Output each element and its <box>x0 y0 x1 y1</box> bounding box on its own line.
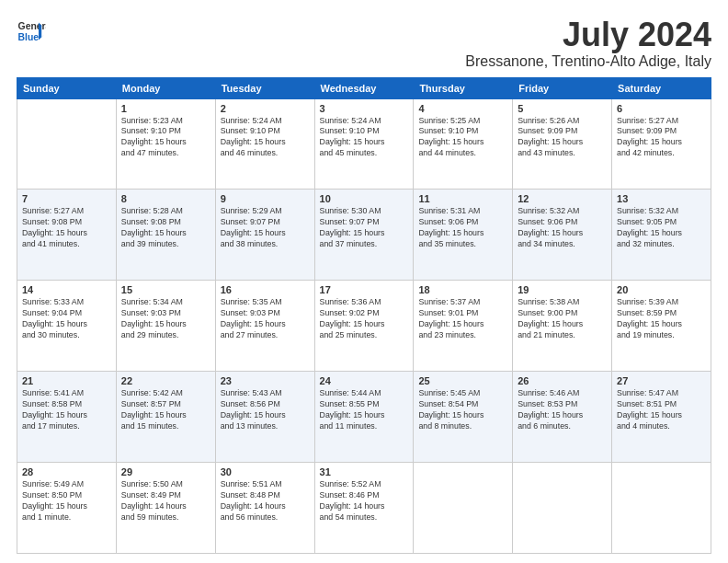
day-cell: 30Sunrise: 5:51 AM Sunset: 8:48 PM Dayli… <box>215 463 314 554</box>
day-cell: 6Sunrise: 5:27 AM Sunset: 9:09 PM Daylig… <box>612 98 711 190</box>
col-header-sunday: Sunday <box>17 77 117 98</box>
day-info: Sunrise: 5:26 AM Sunset: 9:09 PM Dayligh… <box>518 116 607 160</box>
day-number: 4 <box>418 103 507 114</box>
col-header-wednesday: Wednesday <box>314 77 414 98</box>
day-cell: 17Sunrise: 5:36 AM Sunset: 9:02 PM Dayli… <box>314 281 414 372</box>
day-info: Sunrise: 5:37 AM Sunset: 9:01 PM Dayligh… <box>418 297 507 341</box>
day-info: Sunrise: 5:51 AM Sunset: 8:48 PM Dayligh… <box>221 479 310 523</box>
week-row-1: 1Sunrise: 5:23 AM Sunset: 9:10 PM Daylig… <box>17 98 711 190</box>
day-cell <box>414 463 513 554</box>
main-title: July 2024 <box>465 17 711 53</box>
day-info: Sunrise: 5:38 AM Sunset: 9:00 PM Dayligh… <box>518 297 607 341</box>
day-cell: 16Sunrise: 5:35 AM Sunset: 9:03 PM Dayli… <box>215 281 314 372</box>
day-info: Sunrise: 5:32 AM Sunset: 9:06 PM Dayligh… <box>518 206 607 250</box>
day-number: 26 <box>518 375 607 386</box>
day-number: 5 <box>518 103 607 114</box>
day-info: Sunrise: 5:33 AM Sunset: 9:04 PM Dayligh… <box>22 297 111 341</box>
title-block: July 2024 Bressanone, Trentino-Alto Adig… <box>465 17 711 70</box>
svg-text:General: General <box>18 21 46 31</box>
logo-icon: General Blue <box>17 17 46 46</box>
day-number: 25 <box>418 375 507 386</box>
day-cell: 3Sunrise: 5:24 AM Sunset: 9:10 PM Daylig… <box>314 98 414 190</box>
week-row-3: 14Sunrise: 5:33 AM Sunset: 9:04 PM Dayli… <box>17 281 711 372</box>
svg-text:Blue: Blue <box>18 32 40 42</box>
day-cell: 20Sunrise: 5:39 AM Sunset: 8:59 PM Dayli… <box>612 281 711 372</box>
day-cell: 22Sunrise: 5:42 AM Sunset: 8:57 PM Dayli… <box>116 372 215 463</box>
day-info: Sunrise: 5:25 AM Sunset: 9:10 PM Dayligh… <box>418 116 507 160</box>
day-cell: 14Sunrise: 5:33 AM Sunset: 9:04 PM Dayli… <box>17 281 117 372</box>
day-info: Sunrise: 5:29 AM Sunset: 9:07 PM Dayligh… <box>221 206 310 250</box>
day-cell: 23Sunrise: 5:43 AM Sunset: 8:56 PM Dayli… <box>215 372 314 463</box>
day-cell: 5Sunrise: 5:26 AM Sunset: 9:09 PM Daylig… <box>513 98 612 190</box>
day-info: Sunrise: 5:24 AM Sunset: 9:10 PM Dayligh… <box>320 116 409 160</box>
day-cell: 18Sunrise: 5:37 AM Sunset: 9:01 PM Dayli… <box>414 281 513 372</box>
day-cell: 7Sunrise: 5:27 AM Sunset: 9:08 PM Daylig… <box>17 190 117 281</box>
col-header-thursday: Thursday <box>414 77 513 98</box>
day-number: 18 <box>418 284 507 295</box>
day-number: 6 <box>617 103 706 114</box>
day-info: Sunrise: 5:52 AM Sunset: 8:46 PM Dayligh… <box>320 479 409 523</box>
day-number: 31 <box>320 466 409 477</box>
day-number: 14 <box>22 284 111 295</box>
day-info: Sunrise: 5:36 AM Sunset: 9:02 PM Dayligh… <box>320 297 409 341</box>
header: General Blue July 2024 Bressanone, Trent… <box>17 17 711 70</box>
day-cell: 31Sunrise: 5:52 AM Sunset: 8:46 PM Dayli… <box>314 463 414 554</box>
day-cell: 25Sunrise: 5:45 AM Sunset: 8:54 PM Dayli… <box>414 372 513 463</box>
day-info: Sunrise: 5:44 AM Sunset: 8:55 PM Dayligh… <box>320 388 409 432</box>
day-cell: 1Sunrise: 5:23 AM Sunset: 9:10 PM Daylig… <box>116 98 215 190</box>
day-info: Sunrise: 5:27 AM Sunset: 9:08 PM Dayligh… <box>22 206 111 250</box>
subtitle: Bressanone, Trentino-Alto Adige, Italy <box>465 53 711 70</box>
day-cell: 21Sunrise: 5:41 AM Sunset: 8:58 PM Dayli… <box>17 372 117 463</box>
col-header-tuesday: Tuesday <box>215 77 314 98</box>
day-cell: 2Sunrise: 5:24 AM Sunset: 9:10 PM Daylig… <box>215 98 314 190</box>
day-number: 22 <box>121 375 210 386</box>
day-number: 11 <box>418 193 507 204</box>
day-cell: 27Sunrise: 5:47 AM Sunset: 8:51 PM Dayli… <box>612 372 711 463</box>
day-cell <box>17 98 117 190</box>
day-info: Sunrise: 5:23 AM Sunset: 9:10 PM Dayligh… <box>121 116 210 160</box>
day-info: Sunrise: 5:43 AM Sunset: 8:56 PM Dayligh… <box>221 388 310 432</box>
day-info: Sunrise: 5:24 AM Sunset: 9:10 PM Dayligh… <box>221 116 310 160</box>
day-cell: 10Sunrise: 5:30 AM Sunset: 9:07 PM Dayli… <box>314 190 414 281</box>
day-info: Sunrise: 5:50 AM Sunset: 8:49 PM Dayligh… <box>121 479 210 523</box>
day-info: Sunrise: 5:34 AM Sunset: 9:03 PM Dayligh… <box>121 297 210 341</box>
day-info: Sunrise: 5:32 AM Sunset: 9:05 PM Dayligh… <box>617 206 706 250</box>
day-info: Sunrise: 5:35 AM Sunset: 9:03 PM Dayligh… <box>221 297 310 341</box>
day-number: 27 <box>617 375 706 386</box>
day-info: Sunrise: 5:28 AM Sunset: 9:08 PM Dayligh… <box>121 206 210 250</box>
day-number: 3 <box>320 103 409 114</box>
day-number: 30 <box>221 466 310 477</box>
day-cell: 4Sunrise: 5:25 AM Sunset: 9:10 PM Daylig… <box>414 98 513 190</box>
day-info: Sunrise: 5:41 AM Sunset: 8:58 PM Dayligh… <box>22 388 111 432</box>
week-row-2: 7Sunrise: 5:27 AM Sunset: 9:08 PM Daylig… <box>17 190 711 281</box>
day-number: 21 <box>22 375 111 386</box>
day-info: Sunrise: 5:27 AM Sunset: 9:09 PM Dayligh… <box>617 116 706 160</box>
logo: General Blue <box>17 17 46 46</box>
day-cell: 26Sunrise: 5:46 AM Sunset: 8:53 PM Dayli… <box>513 372 612 463</box>
day-number: 15 <box>121 284 210 295</box>
day-number: 7 <box>22 193 111 204</box>
day-number: 10 <box>320 193 409 204</box>
day-info: Sunrise: 5:42 AM Sunset: 8:57 PM Dayligh… <box>121 388 210 432</box>
day-info: Sunrise: 5:47 AM Sunset: 8:51 PM Dayligh… <box>617 388 706 432</box>
day-cell: 28Sunrise: 5:49 AM Sunset: 8:50 PM Dayli… <box>17 463 117 554</box>
day-info: Sunrise: 5:45 AM Sunset: 8:54 PM Dayligh… <box>418 388 507 432</box>
day-number: 13 <box>617 193 706 204</box>
day-cell <box>612 463 711 554</box>
week-row-5: 28Sunrise: 5:49 AM Sunset: 8:50 PM Dayli… <box>17 463 711 554</box>
day-number: 23 <box>221 375 310 386</box>
day-cell: 19Sunrise: 5:38 AM Sunset: 9:00 PM Dayli… <box>513 281 612 372</box>
day-number: 12 <box>518 193 607 204</box>
calendar-header-row: SundayMondayTuesdayWednesdayThursdayFrid… <box>17 77 711 98</box>
day-cell: 8Sunrise: 5:28 AM Sunset: 9:08 PM Daylig… <box>116 190 215 281</box>
day-info: Sunrise: 5:49 AM Sunset: 8:50 PM Dayligh… <box>22 479 111 523</box>
day-number: 16 <box>221 284 310 295</box>
day-cell: 15Sunrise: 5:34 AM Sunset: 9:03 PM Dayli… <box>116 281 215 372</box>
day-cell: 12Sunrise: 5:32 AM Sunset: 9:06 PM Dayli… <box>513 190 612 281</box>
day-number: 29 <box>121 466 210 477</box>
day-cell <box>513 463 612 554</box>
day-number: 17 <box>320 284 409 295</box>
day-number: 24 <box>320 375 409 386</box>
day-cell: 9Sunrise: 5:29 AM Sunset: 9:07 PM Daylig… <box>215 190 314 281</box>
day-number: 28 <box>22 466 111 477</box>
